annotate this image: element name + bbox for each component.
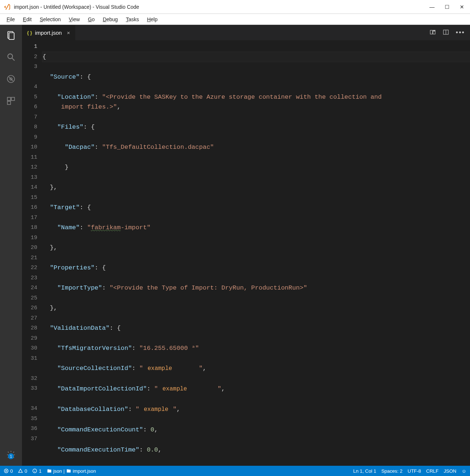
menu-view[interactable]: View — [65, 15, 83, 24]
svg-line-3 — [12, 58, 15, 61]
compare-changes-icon[interactable] — [429, 29, 436, 37]
menu-help[interactable]: Help — [143, 15, 161, 24]
activity-bar: 1 — [0, 25, 22, 466]
more-actions-icon[interactable]: ••• — [456, 29, 465, 37]
status-language[interactable]: JSON — [444, 468, 456, 474]
status-indentation[interactable]: Spaces: 2 — [381, 468, 402, 474]
svg-rect-9 — [7, 101, 11, 105]
settings-badge: 1 — [8, 453, 14, 459]
status-path[interactable]: json | import.json — [47, 468, 96, 474]
svg-rect-1 — [9, 33, 14, 39]
debug-icon[interactable] — [5, 73, 17, 85]
status-warnings[interactable]: 0 — [18, 468, 27, 474]
menu-file[interactable]: File — [3, 15, 19, 24]
tab-label: import.json — [35, 30, 62, 36]
status-encoding[interactable]: UTF-8 — [408, 468, 421, 474]
maximize-button[interactable]: ☐ — [445, 4, 450, 10]
extensions-icon[interactable] — [5, 95, 17, 107]
editor-group: { } import.json × ••• 123 45678910111213… — [22, 25, 470, 466]
svg-rect-11 — [430, 30, 432, 34]
menu-selection[interactable]: Selection — [36, 15, 65, 24]
minimize-button[interactable]: — — [429, 4, 435, 10]
close-button[interactable]: ✕ — [460, 4, 464, 10]
menu-tasks[interactable]: Tasks — [122, 15, 143, 24]
split-editor-icon[interactable] — [443, 29, 449, 37]
search-icon[interactable] — [5, 51, 17, 63]
svg-point-2 — [8, 54, 12, 58]
status-info[interactable]: 1 — [32, 468, 41, 474]
main-area: 1 { } import.json × ••• — [0, 25, 470, 466]
code-content[interactable]: { "Source": { "Location": "<Provide the … — [42, 40, 470, 466]
status-errors[interactable]: 0 — [4, 468, 13, 474]
line-number-gutter: 123 456789101112131415161718192021222324… — [22, 40, 42, 466]
svg-rect-8 — [11, 97, 15, 101]
menu-edit[interactable]: Edit — [19, 15, 35, 24]
explorer-icon[interactable] — [5, 29, 17, 41]
tab-bar: { } import.json × ••• — [22, 25, 470, 40]
menu-go[interactable]: Go — [84, 15, 98, 24]
window-title: import.json - Untitled (Workspace) - Vis… — [14, 4, 429, 10]
status-bar: 0 0 1 json | import.json Ln 1, Col 1 Spa… — [0, 466, 470, 476]
menu-debug[interactable]: Debug — [99, 15, 121, 24]
status-feedback-icon[interactable]: ☺ — [462, 468, 466, 474]
vscode-logo-icon — [4, 3, 11, 11]
tab-close-icon[interactable]: × — [67, 30, 70, 36]
menubar: File Edit Selection View Go Debug Tasks … — [0, 14, 470, 25]
titlebar: import.json - Untitled (Workspace) - Vis… — [0, 0, 470, 14]
status-cursor-position[interactable]: Ln 1, Col 1 — [353, 468, 376, 474]
svg-rect-7 — [7, 97, 11, 101]
svg-point-13 — [433, 30, 435, 31]
tab-import-json[interactable]: { } import.json × — [22, 25, 76, 40]
settings-gear-icon[interactable]: 1 — [5, 449, 17, 461]
status-eol[interactable]: CRLF — [426, 468, 439, 474]
json-file-icon: { } — [27, 30, 32, 35]
code-editor[interactable]: 123 456789101112131415161718192021222324… — [22, 40, 470, 466]
